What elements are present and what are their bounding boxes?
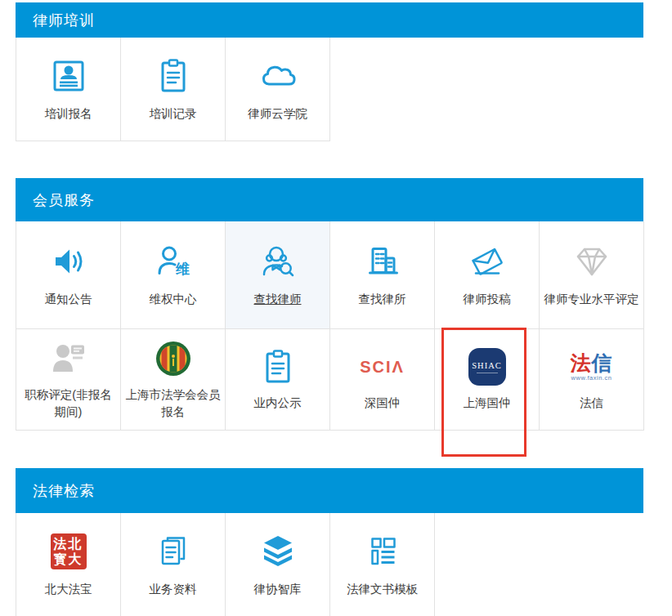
item-lawyer-cloud-academy[interactable]: 律师云学院 — [226, 38, 330, 141]
item-label: 培训记录 — [147, 105, 199, 123]
section-header-lawyer-training: 律师培训 — [16, 2, 643, 38]
envelope-submit-icon — [468, 242, 507, 281]
item-label: 律协智库 — [252, 581, 304, 598]
item-label: 律师投稿 — [461, 291, 513, 308]
svg-text:维: 维 — [175, 261, 190, 277]
item-find-firm[interactable]: 查找律所 — [330, 221, 435, 329]
item-label: 查找律师 — [252, 291, 304, 308]
clipboard-icon — [258, 347, 298, 386]
pkulaw-seal-logo: 法北 寳大 — [51, 532, 87, 571]
item-label: 业务资料 — [147, 581, 199, 598]
item-label: 培训报名 — [43, 105, 95, 123]
item-label: 维权中心 — [147, 291, 199, 308]
section-header-member-services: 会员服务 — [16, 178, 643, 221]
item-legal-doc-templates[interactable]: 法律文书模板 — [330, 513, 435, 616]
shiac-logo: SHIAC — [468, 347, 506, 386]
shiac-underline — [477, 373, 498, 373]
scia-logo: SCIΛ — [360, 347, 405, 386]
section-title: 法律检索 — [33, 481, 95, 501]
lawyer-training-grid: 培训报名 培训记录 律师云学院 — [16, 38, 330, 141]
item-pkulaw[interactable]: 法北 寳大 北大法宝 — [16, 513, 121, 616]
diamond-icon — [572, 242, 612, 281]
template-icon — [363, 532, 402, 571]
speaker-icon — [49, 242, 88, 281]
item-industry-publicity[interactable]: 业内公示 — [226, 329, 330, 431]
item-training-signup[interactable]: 培训报名 — [16, 38, 121, 141]
id-card-icon — [49, 56, 88, 96]
item-business-materials[interactable]: 业务资料 — [121, 513, 226, 616]
section-title: 会员服务 — [33, 190, 95, 210]
faxin-logo: 法信 www.faxin.cn — [571, 347, 613, 386]
section-header-legal-search: 法律检索 — [16, 468, 643, 513]
item-label: 业内公示 — [252, 395, 304, 412]
item-lawyer-submission[interactable]: 律师投稿 — [435, 221, 540, 329]
item-find-lawyer[interactable]: 查找律师 — [226, 221, 330, 329]
clipboard-icon — [154, 56, 193, 96]
faxin-url: www.faxin.cn — [571, 375, 612, 382]
item-scia[interactable]: SCIΛ 深国仲 — [330, 329, 435, 431]
item-label: 北大法宝 — [43, 581, 95, 598]
item-label: 通知公告 — [43, 291, 95, 308]
item-label: 上海国仲 — [461, 395, 513, 412]
item-think-tank[interactable]: 律协智库 — [226, 513, 330, 616]
item-training-records[interactable]: 培训记录 — [121, 38, 226, 141]
item-label: 律师专业水平评定 — [542, 291, 642, 308]
section-title: 律师培训 — [33, 11, 95, 30]
cloud-icon — [258, 56, 298, 96]
item-professional-evaluation[interactable]: 律师专业水平评定 — [540, 221, 644, 329]
item-label: 法信 — [577, 395, 606, 412]
item-label: 法律文书模板 — [344, 581, 420, 598]
documents-icon — [154, 532, 193, 571]
item-label: 查找律所 — [356, 291, 409, 308]
item-rights-center[interactable]: 维 维权中心 — [121, 221, 226, 329]
item-label: 律师云学院 — [245, 105, 310, 123]
item-notices[interactable]: 通知公告 — [16, 221, 121, 329]
item-label: 上海市法学会会员报名 — [122, 386, 225, 421]
item-law-society-signup[interactable]: 上海市法学会会员报名 — [121, 329, 226, 431]
legal-search-grid: 法北 寳大 北大法宝 业务资料 — [16, 513, 435, 616]
item-label: 职称评定(非报名期间) — [17, 386, 120, 421]
item-label: 深国仲 — [362, 395, 403, 412]
item-faxin[interactable]: 法信 www.faxin.cn 法信 — [540, 329, 644, 431]
layers-icon — [258, 532, 298, 571]
item-shiac[interactable]: SHIAC 上海国仲 — [435, 329, 540, 431]
person-badge-icon — [49, 339, 88, 378]
member-services-grid: 通知公告 维 维权中心 — [16, 221, 644, 431]
person-wei-icon: 维 — [154, 242, 193, 281]
law-society-emblem-icon — [154, 339, 193, 378]
member-services-page: 律师培训 培训报名 — [0, 0, 672, 616]
buildings-icon — [363, 242, 402, 281]
item-title-evaluation[interactable]: 职称评定(非报名期间) — [16, 329, 121, 431]
lawyer-search-icon — [258, 242, 298, 281]
